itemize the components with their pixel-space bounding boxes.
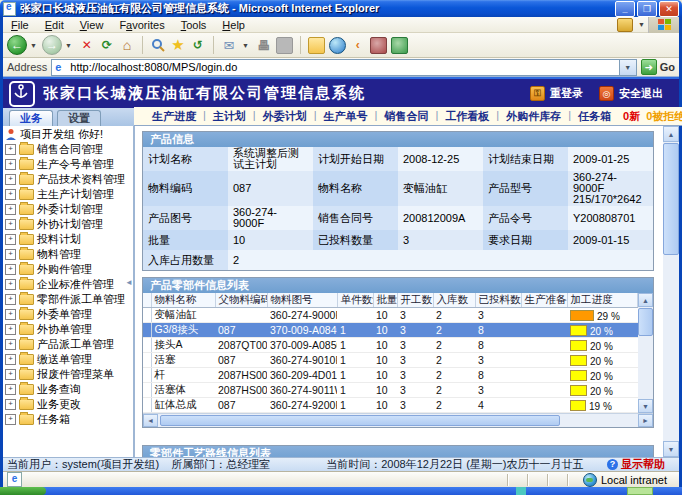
table-row[interactable]: 变幅油缸360-274-9000F1032329 % <box>143 308 638 323</box>
sidebar-item[interactable]: +企业标准件管理 <box>3 277 133 292</box>
nav-item-4[interactable]: 销售合同 <box>384 109 428 124</box>
scroll-up-icon[interactable]: ▲ <box>638 293 653 307</box>
tree-expander-icon[interactable]: + <box>5 414 16 425</box>
sidebar-item[interactable]: +生产令号单管理 <box>3 157 133 172</box>
page-vertical-scrollbar[interactable]: ▲ ▼ <box>663 126 679 457</box>
menu-item-tools[interactable]: Tools <box>173 18 215 32</box>
column-header[interactable]: 生产准备 <box>521 293 567 308</box>
menu-item-help[interactable]: Help <box>214 18 253 32</box>
nav-item-5[interactable]: 工作看板 <box>445 109 489 124</box>
taskbar-item[interactable] <box>516 487 526 495</box>
nav-item-3[interactable]: 生产单号 <box>324 109 368 124</box>
favorites-star-icon[interactable]: ★ <box>170 37 186 53</box>
close-button[interactable]: ✕ <box>659 1 679 17</box>
tree-expander-icon[interactable]: + <box>5 264 16 275</box>
stop-button[interactable]: ✕ <box>79 37 95 53</box>
scroll-thumb[interactable] <box>160 415 560 426</box>
table-row[interactable]: 缸体总成087360-274-9200F11032419 % <box>143 398 638 413</box>
sidebar-item[interactable]: +销售合同管理 <box>3 142 133 157</box>
nav-item-7[interactable]: 任务箱 <box>578 109 611 124</box>
table-row[interactable]: 活塞087360-274-9010F11032320 % <box>143 353 638 368</box>
menu-item-favorites[interactable]: Favorites <box>111 18 172 32</box>
tree-expander-icon[interactable]: + <box>5 279 16 290</box>
menu-item-edit[interactable]: Edit <box>37 18 72 32</box>
tab-settings[interactable]: 设置 <box>57 110 101 126</box>
nav-item-6[interactable]: 外购件库存 <box>506 109 561 124</box>
column-header[interactable]: 批量 <box>373 293 397 308</box>
scroll-thumb[interactable] <box>638 308 653 336</box>
tree-expander-icon[interactable]: + <box>5 294 16 305</box>
tree-expander-icon[interactable]: + <box>5 234 16 245</box>
scroll-down-icon[interactable]: ▼ <box>663 441 679 457</box>
tree-expander-icon[interactable]: + <box>5 159 16 170</box>
tree-expander-icon[interactable]: + <box>5 309 16 320</box>
back-button[interactable]: ←▼ <box>7 35 40 55</box>
tree-expander-icon[interactable]: + <box>5 354 16 365</box>
sidebar-item[interactable]: +主生产计划管理 <box>3 187 133 202</box>
edit-button[interactable] <box>276 37 293 54</box>
forward-button[interactable]: →▼ <box>42 35 75 55</box>
tree-expander-icon[interactable]: + <box>5 324 16 335</box>
sidebar-item[interactable]: +产品派工单管理 <box>3 337 133 352</box>
scroll-down-icon[interactable]: ▼ <box>638 399 653 413</box>
parts-vertical-scrollbar[interactable]: ▲ ▼ <box>638 293 653 413</box>
table-row[interactable]: 接头A2087QT002370-009-A085011032820 % <box>143 338 638 353</box>
sidebar-item[interactable]: +产品技术资料管理 <box>3 172 133 187</box>
sidebar-item[interactable]: +缴送单管理 <box>3 352 133 367</box>
sidebar-item[interactable]: +报废件管理菜单 <box>3 367 133 382</box>
scroll-up-icon[interactable]: ▲ <box>663 126 679 142</box>
show-help-link[interactable]: ? 显示帮助 <box>607 457 665 472</box>
tree-expander-icon[interactable]: + <box>5 399 16 410</box>
print-button[interactable]: 🖶 <box>256 37 272 53</box>
column-header[interactable]: 父物料编码 <box>215 293 267 308</box>
tree-expander-icon[interactable]: + <box>5 174 16 185</box>
address-input[interactable]: e http://localhost:8080/MPS/login.do ▼ <box>51 59 636 76</box>
go-button[interactable]: ➜ Go <box>641 59 675 75</box>
chevron-down-icon[interactable]: ▼ <box>638 21 645 28</box>
relogin-button[interactable]: ⚿重登录 <box>530 86 583 101</box>
forward-dropdown-icon[interactable]: ▼ <box>65 42 72 49</box>
web-globe-icon[interactable] <box>329 37 346 54</box>
debug-icon[interactable] <box>370 37 387 54</box>
nav-item-2[interactable]: 外委计划 <box>263 109 307 124</box>
note-icon[interactable] <box>308 37 325 54</box>
column-header[interactable]: 物料名称 <box>151 293 215 308</box>
sidebar-item[interactable]: +任务箱 <box>3 412 133 427</box>
back-dropdown-icon[interactable]: ▼ <box>30 42 37 49</box>
column-header[interactable]: 开工数 <box>397 293 433 308</box>
scroll-thumb[interactable] <box>663 143 679 255</box>
table-row[interactable]: G3/8接头087370-009-A084011032820 % <box>143 323 638 338</box>
tab-business[interactable]: 业务 <box>9 110 53 126</box>
mail-dropdown-icon[interactable]: ▼ <box>242 42 249 49</box>
tree-expander-icon[interactable]: + <box>5 339 16 350</box>
sidebar-item[interactable]: +业务更改 <box>3 397 133 412</box>
refresh-button[interactable]: ⟳ <box>99 37 115 53</box>
maximize-button[interactable]: ❐ <box>637 1 657 17</box>
menu-item-view[interactable]: View <box>72 18 112 32</box>
discuss-icon[interactable]: ‹ <box>350 37 366 53</box>
sidebar-item[interactable]: +外委计划管理 <box>3 202 133 217</box>
sidebar-item[interactable]: +外委单管理 <box>3 307 133 322</box>
column-header[interactable]: 单件数量 <box>337 293 373 308</box>
tree-expander-icon[interactable]: + <box>5 144 16 155</box>
tree-expander-icon[interactable]: + <box>5 249 16 260</box>
taskbar-item[interactable] <box>627 487 653 495</box>
table-row[interactable]: 杆2087HS002360-209-4D01011032820 % <box>143 368 638 383</box>
home-button[interactable]: ⌂ <box>119 37 135 53</box>
antivirus-toolbar-icon[interactable] <box>617 18 633 32</box>
sidebar-item[interactable]: +外购件管理 <box>3 262 133 277</box>
tree-expander-icon[interactable]: + <box>5 369 16 380</box>
sidebar-item[interactable]: +外协单管理 <box>3 322 133 337</box>
column-header[interactable]: 加工进度 <box>567 293 638 308</box>
sidebar-collapse-handle[interactable]: ◄ <box>125 278 133 287</box>
minimize-button[interactable]: _ <box>615 1 635 17</box>
sidebar-item[interactable]: +物料管理 <box>3 247 133 262</box>
scroll-right-icon[interactable]: ► <box>638 414 653 427</box>
logout-button[interactable]: ◎安全退出 <box>599 86 663 101</box>
sidebar-item[interactable]: +外协计划管理 <box>3 217 133 232</box>
address-dropdown-icon[interactable]: ▼ <box>619 60 636 75</box>
history-icon[interactable]: ↺ <box>190 37 206 53</box>
menu-item-file[interactable]: File <box>3 18 37 32</box>
tree-expander-icon[interactable]: + <box>5 189 16 200</box>
tree-expander-icon[interactable]: + <box>5 219 16 230</box>
